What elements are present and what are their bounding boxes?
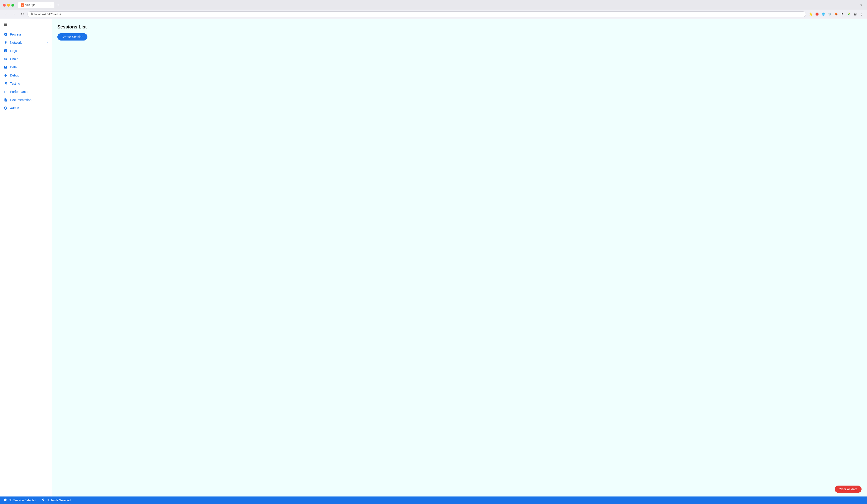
sidebar-item-debug[interactable]: Debug	[0, 71, 52, 79]
browser-toolbar: localhost:5173/admin ⭐ 🔴 🌐 🛡️ 🦊 K 🧩 ▤ ⋮	[0, 10, 867, 19]
sidebar-item-network[interactable]: Network ›	[0, 39, 52, 47]
minimize-window-button[interactable]	[7, 4, 10, 7]
extension-icon-3[interactable]: 🛡️	[827, 11, 832, 17]
sidebar-item-testing[interactable]: Testing	[0, 79, 52, 88]
browser-chrome: V Vite App × + ▾ localhost:5173/admin ⭐ …	[0, 0, 867, 19]
content-area: Sessions List Create Session	[52, 19, 867, 496]
address-bar[interactable]: localhost:5173/admin	[27, 11, 806, 17]
reload-button[interactable]	[19, 11, 25, 17]
chain-icon	[4, 57, 8, 61]
sidebar-item-process-label: Process	[10, 33, 48, 36]
sidebar-item-logs[interactable]: Logs	[0, 47, 52, 55]
extension-icon-5[interactable]: K	[840, 11, 845, 17]
sidebar-item-debug-label: Debug	[10, 74, 48, 77]
sidebar-item-data-label: Data	[10, 65, 48, 69]
sidebar-item-data[interactable]: Data	[0, 63, 52, 71]
create-session-button[interactable]: Create Session	[57, 33, 87, 41]
extension-icon-1[interactable]: 🔴	[814, 11, 820, 17]
new-tab-button[interactable]: +	[55, 2, 61, 8]
active-tab[interactable]: V Vite App ×	[18, 2, 54, 8]
url-text: localhost:5173/admin	[34, 12, 803, 16]
debug-icon	[4, 73, 8, 77]
network-icon	[4, 41, 8, 45]
traffic-lights	[3, 4, 14, 7]
network-expand-arrow: ›	[47, 41, 48, 44]
tab-close-button[interactable]: ×	[50, 3, 52, 7]
page-title: Sessions List	[57, 24, 861, 30]
titlebar: V Vite App × + ▾	[0, 0, 867, 10]
testing-icon	[4, 82, 8, 86]
sidebar-item-chain[interactable]: Chain	[0, 55, 52, 63]
extension-icon-4[interactable]: 🦊	[833, 11, 839, 17]
main-content: Sessions List Create Session Clear all d…	[52, 19, 867, 496]
process-icon	[4, 32, 8, 36]
extension-icon-6[interactable]: 🧩	[846, 11, 852, 17]
sidebar-item-chain-label: Chain	[10, 57, 48, 61]
sidebar-item-network-label: Network	[10, 41, 45, 44]
sidebar-item-documentation[interactable]: Documentation	[0, 96, 52, 104]
sidebar-item-performance[interactable]: Performance	[0, 88, 52, 96]
performance-icon	[4, 90, 8, 94]
sidebar-item-process[interactable]: Process	[0, 30, 52, 39]
session-status-icon	[4, 498, 7, 502]
session-status-item: No Session Selected	[4, 498, 36, 502]
node-status-item: No Node Selected	[42, 498, 71, 502]
no-session-label: No Session Selected	[9, 498, 36, 502]
tab-favicon: V	[21, 3, 24, 7]
menu-more-icon[interactable]: ⋮	[859, 11, 864, 17]
sidebar-item-admin[interactable]: Admin	[0, 104, 52, 112]
bookmark-star-icon[interactable]: ⭐	[808, 11, 813, 17]
sidebar-item-admin-label: Admin	[10, 106, 48, 110]
window-dropdown-button[interactable]: ▾	[858, 2, 864, 8]
documentation-icon	[4, 98, 8, 102]
sidebar: Process Network › Logs Chain	[0, 19, 52, 496]
no-node-label: No Node Selected	[47, 498, 71, 502]
status-bar: No Session Selected No Node Selected	[0, 496, 867, 504]
node-status-icon	[42, 498, 45, 502]
forward-button[interactable]	[11, 11, 17, 17]
sidebar-item-performance-label: Performance	[10, 90, 48, 94]
sidebar-hamburger-button[interactable]	[0, 21, 52, 29]
sidebar-item-logs-label: Logs	[10, 49, 48, 53]
sidebar-nav: Process Network › Logs Chain	[0, 29, 52, 113]
sidebar-item-testing-label: Testing	[10, 82, 48, 85]
back-button[interactable]	[3, 11, 9, 17]
logs-icon	[4, 49, 8, 53]
fullscreen-window-button[interactable]	[11, 4, 14, 7]
extension-icon-2[interactable]: 🌐	[821, 11, 826, 17]
sidebar-toggle-icon[interactable]: ▤	[853, 11, 858, 17]
app-window: Process Network › Logs Chain	[0, 19, 867, 496]
tab-bar: V Vite App × +	[18, 2, 856, 8]
sidebar-item-documentation-label: Documentation	[10, 98, 48, 102]
data-icon	[4, 65, 8, 69]
toolbar-actions: ⭐ 🔴 🌐 🛡️ 🦊 K 🧩 ▤ ⋮	[808, 11, 864, 17]
admin-icon	[4, 106, 8, 110]
tab-title: Vite App	[25, 3, 48, 7]
close-window-button[interactable]	[3, 4, 6, 7]
lock-icon	[30, 12, 33, 16]
clear-all-data-button[interactable]: Clear all data	[835, 485, 862, 493]
